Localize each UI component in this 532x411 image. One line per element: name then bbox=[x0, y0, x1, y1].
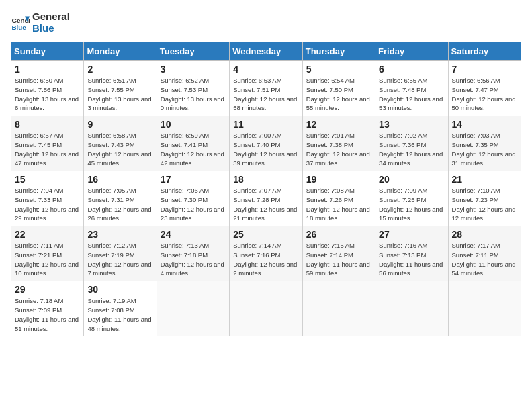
day-cell-25: 25 Sunrise: 7:14 AMSunset: 7:16 PMDaylig… bbox=[230, 226, 302, 281]
day-cell-18: 18 Sunrise: 7:07 AMSunset: 7:28 PMDaylig… bbox=[230, 171, 302, 226]
day-number: 5 bbox=[306, 64, 371, 75]
day-info: Sunrise: 6:54 AMSunset: 7:50 PMDaylight:… bbox=[306, 76, 371, 113]
day-info: Sunrise: 6:57 AMSunset: 7:45 PMDaylight:… bbox=[15, 131, 80, 168]
col-header-thursday: Thursday bbox=[302, 42, 375, 61]
day-cell-21: 21 Sunrise: 7:10 AMSunset: 7:23 PMDaylig… bbox=[448, 171, 521, 226]
col-header-saturday: Saturday bbox=[448, 42, 521, 61]
day-number: 4 bbox=[233, 64, 298, 75]
day-number: 24 bbox=[161, 229, 226, 240]
day-info: Sunrise: 7:07 AMSunset: 7:28 PMDaylight:… bbox=[233, 186, 298, 223]
day-number: 14 bbox=[452, 119, 517, 130]
day-number: 20 bbox=[379, 174, 444, 185]
empty-cell bbox=[375, 281, 448, 336]
day-number: 6 bbox=[379, 64, 444, 75]
day-number: 28 bbox=[452, 229, 517, 240]
calendar-header-row: SundayMondayTuesdayWednesdayThursdayFrid… bbox=[11, 42, 521, 61]
day-cell-5: 5 Sunrise: 6:54 AMSunset: 7:50 PMDayligh… bbox=[302, 61, 375, 116]
day-cell-9: 9 Sunrise: 6:58 AMSunset: 7:43 PMDayligh… bbox=[84, 116, 157, 171]
day-cell-13: 13 Sunrise: 7:02 AMSunset: 7:36 PMDaylig… bbox=[375, 116, 448, 171]
day-info: Sunrise: 7:05 AMSunset: 7:31 PMDaylight:… bbox=[87, 186, 152, 223]
day-number: 1 bbox=[15, 64, 80, 75]
day-info: Sunrise: 7:01 AMSunset: 7:38 PMDaylight:… bbox=[306, 131, 371, 168]
day-info: Sunrise: 7:17 AMSunset: 7:11 PMDaylight:… bbox=[452, 241, 517, 278]
day-cell-8: 8 Sunrise: 6:57 AMSunset: 7:45 PMDayligh… bbox=[11, 116, 84, 171]
day-cell-26: 26 Sunrise: 7:15 AMSunset: 7:14 PMDaylig… bbox=[302, 226, 375, 281]
day-cell-6: 6 Sunrise: 6:55 AMSunset: 7:48 PMDayligh… bbox=[375, 61, 448, 116]
day-number: 18 bbox=[233, 174, 298, 185]
calendar-body: 1 Sunrise: 6:50 AMSunset: 7:56 PMDayligh… bbox=[11, 61, 521, 336]
day-number: 12 bbox=[306, 119, 371, 130]
day-cell-28: 28 Sunrise: 7:17 AMSunset: 7:11 PMDaylig… bbox=[448, 226, 521, 281]
day-number: 30 bbox=[87, 284, 152, 295]
day-cell-7: 7 Sunrise: 6:56 AMSunset: 7:47 PMDayligh… bbox=[448, 61, 521, 116]
day-info: Sunrise: 6:51 AMSunset: 7:55 PMDaylight:… bbox=[87, 76, 152, 113]
logo-general: General bbox=[32, 11, 70, 22]
day-cell-12: 12 Sunrise: 7:01 AMSunset: 7:38 PMDaylig… bbox=[302, 116, 375, 171]
day-cell-10: 10 Sunrise: 6:59 AMSunset: 7:41 PMDaylig… bbox=[157, 116, 229, 171]
day-cell-29: 29 Sunrise: 7:18 AMSunset: 7:09 PMDaylig… bbox=[11, 281, 84, 336]
col-header-friday: Friday bbox=[375, 42, 448, 61]
day-number: 21 bbox=[452, 174, 517, 185]
day-cell-14: 14 Sunrise: 7:03 AMSunset: 7:35 PMDaylig… bbox=[448, 116, 521, 171]
day-info: Sunrise: 7:08 AMSunset: 7:26 PMDaylight:… bbox=[306, 186, 371, 223]
calendar-week-4: 22 Sunrise: 7:11 AMSunset: 7:21 PMDaylig… bbox=[11, 226, 521, 281]
day-number: 22 bbox=[15, 229, 80, 240]
calendar-week-1: 1 Sunrise: 6:50 AMSunset: 7:56 PMDayligh… bbox=[11, 61, 521, 116]
day-info: Sunrise: 7:10 AMSunset: 7:23 PMDaylight:… bbox=[452, 186, 517, 223]
calendar-table: SundayMondayTuesdayWednesdayThursdayFrid… bbox=[11, 42, 521, 336]
calendar-week-2: 8 Sunrise: 6:57 AMSunset: 7:45 PMDayligh… bbox=[11, 116, 521, 171]
day-info: Sunrise: 6:53 AMSunset: 7:51 PMDaylight:… bbox=[233, 76, 298, 113]
day-number: 15 bbox=[15, 174, 80, 185]
calendar-week-3: 15 Sunrise: 7:04 AMSunset: 7:33 PMDaylig… bbox=[11, 171, 521, 226]
day-number: 25 bbox=[233, 229, 298, 240]
day-info: Sunrise: 6:50 AMSunset: 7:56 PMDaylight:… bbox=[15, 76, 80, 113]
day-cell-15: 15 Sunrise: 7:04 AMSunset: 7:33 PMDaylig… bbox=[11, 171, 84, 226]
day-cell-30: 30 Sunrise: 7:19 AMSunset: 7:08 PMDaylig… bbox=[84, 281, 157, 336]
empty-cell bbox=[230, 281, 302, 336]
day-info: Sunrise: 7:09 AMSunset: 7:25 PMDaylight:… bbox=[379, 186, 444, 223]
day-number: 19 bbox=[306, 174, 371, 185]
calendar-week-5: 29 Sunrise: 7:18 AMSunset: 7:09 PMDaylig… bbox=[11, 281, 521, 336]
day-number: 23 bbox=[87, 229, 152, 240]
day-cell-3: 3 Sunrise: 6:52 AMSunset: 7:53 PMDayligh… bbox=[157, 61, 229, 116]
logo-icon: General Blue bbox=[11, 13, 30, 32]
day-cell-27: 27 Sunrise: 7:16 AMSunset: 7:13 PMDaylig… bbox=[375, 226, 448, 281]
day-cell-24: 24 Sunrise: 7:13 AMSunset: 7:18 PMDaylig… bbox=[157, 226, 229, 281]
day-number: 8 bbox=[15, 119, 80, 130]
col-header-wednesday: Wednesday bbox=[230, 42, 302, 61]
day-cell-16: 16 Sunrise: 7:05 AMSunset: 7:31 PMDaylig… bbox=[84, 171, 157, 226]
day-info: Sunrise: 6:59 AMSunset: 7:41 PMDaylight:… bbox=[161, 131, 226, 168]
day-cell-4: 4 Sunrise: 6:53 AMSunset: 7:51 PMDayligh… bbox=[230, 61, 302, 116]
day-info: Sunrise: 7:02 AMSunset: 7:36 PMDaylight:… bbox=[379, 131, 444, 168]
day-info: Sunrise: 7:12 AMSunset: 7:19 PMDaylight:… bbox=[87, 241, 152, 278]
day-info: Sunrise: 7:15 AMSunset: 7:14 PMDaylight:… bbox=[306, 241, 371, 278]
day-cell-1: 1 Sunrise: 6:50 AMSunset: 7:56 PMDayligh… bbox=[11, 61, 84, 116]
day-info: Sunrise: 7:11 AMSunset: 7:21 PMDaylight:… bbox=[15, 241, 80, 278]
day-info: Sunrise: 6:56 AMSunset: 7:47 PMDaylight:… bbox=[452, 76, 517, 113]
day-number: 11 bbox=[233, 119, 298, 130]
day-cell-11: 11 Sunrise: 7:00 AMSunset: 7:40 PMDaylig… bbox=[230, 116, 302, 171]
empty-cell bbox=[448, 281, 521, 336]
logo-blue: Blue bbox=[32, 22, 70, 34]
logo: General Blue General Blue bbox=[11, 11, 70, 34]
day-cell-19: 19 Sunrise: 7:08 AMSunset: 7:26 PMDaylig… bbox=[302, 171, 375, 226]
day-cell-20: 20 Sunrise: 7:09 AMSunset: 7:25 PMDaylig… bbox=[375, 171, 448, 226]
day-number: 16 bbox=[87, 174, 152, 185]
day-number: 7 bbox=[452, 64, 517, 75]
col-header-sunday: Sunday bbox=[11, 42, 84, 61]
col-header-tuesday: Tuesday bbox=[157, 42, 229, 61]
day-info: Sunrise: 7:00 AMSunset: 7:40 PMDaylight:… bbox=[233, 131, 298, 168]
day-cell-17: 17 Sunrise: 7:06 AMSunset: 7:30 PMDaylig… bbox=[157, 171, 229, 226]
day-number: 10 bbox=[161, 119, 226, 130]
day-number: 9 bbox=[87, 119, 152, 130]
empty-cell bbox=[157, 281, 229, 336]
page-header: General Blue General Blue bbox=[11, 11, 521, 34]
day-number: 13 bbox=[379, 119, 444, 130]
empty-cell bbox=[302, 281, 375, 336]
day-info: Sunrise: 7:18 AMSunset: 7:09 PMDaylight:… bbox=[15, 296, 80, 333]
day-number: 29 bbox=[15, 284, 80, 295]
day-info: Sunrise: 7:13 AMSunset: 7:18 PMDaylight:… bbox=[161, 241, 226, 278]
col-header-monday: Monday bbox=[84, 42, 157, 61]
day-info: Sunrise: 7:16 AMSunset: 7:13 PMDaylight:… bbox=[379, 241, 444, 278]
day-info: Sunrise: 7:04 AMSunset: 7:33 PMDaylight:… bbox=[15, 186, 80, 223]
